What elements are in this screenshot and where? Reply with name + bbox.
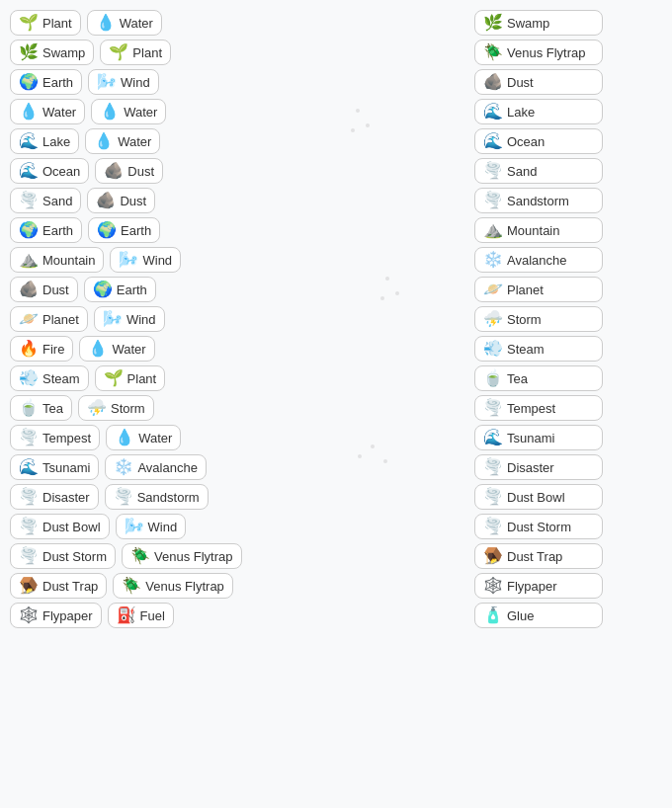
left-chip-19-1[interactable]: 🪲Venus Flytrap [113,573,233,599]
right-chip-10[interactable]: ⛈️Storm [474,306,603,332]
chip-icon: 💧 [19,104,39,120]
left-chip-10-0[interactable]: 🪐Planet [10,306,88,332]
left-chip-8-1[interactable]: 🌬️Wind [110,247,181,273]
left-row-18: 🌪️Dust Storm🪲Venus Flytrap [10,543,306,569]
left-chip-14-0[interactable]: 🌪️Tempest [10,425,100,450]
right-chip-5[interactable]: 🌪️Sand [474,158,603,184]
chip-icon: 🪨 [104,163,124,179]
left-chip-2-0[interactable]: 🌍Earth [10,69,82,95]
right-chip-1[interactable]: 🪲Venus Flytrap [474,40,603,65]
chip-label: Disaster [42,490,90,505]
right-chip-11[interactable]: 💨Steam [474,336,603,362]
left-chip-18-1[interactable]: 🪲Venus Flytrap [122,543,242,569]
right-panel: 🌿Swamp🪲Venus Flytrap🪨Dust🌊Lake🌊Ocean🌪️Sa… [474,10,603,628]
left-chip-9-1[interactable]: 🌍Earth [84,277,156,302]
left-chip-20-1[interactable]: ⛽Fuel [108,603,174,628]
right-chip-16[interactable]: 🌪️Dust Bowl [474,484,603,510]
left-chip-14-1[interactable]: 💧Water [106,425,181,450]
chip-label: Venus Flytrap [154,549,233,564]
chip-label: Flypaper [42,608,93,623]
chip-label: Earth [117,283,147,297]
chip-label: Avalanche [137,460,197,475]
chip-icon: 🌊 [483,104,503,120]
chip-label: Ocean [42,164,80,179]
left-chip-3-0[interactable]: 💧Water [10,99,85,124]
chip-label: Dust Storm [507,520,571,534]
chip-label: Earth [42,223,73,238]
left-row-4: 🌊Lake💧Water [10,128,306,154]
chip-icon: 🌊 [19,459,39,475]
left-chip-0-0[interactable]: 🌱Plant [10,10,81,36]
left-chip-2-1[interactable]: 🌬️Wind [88,69,159,95]
chip-icon: 🌪️ [483,193,503,208]
left-chip-13-0[interactable]: 🍵Tea [10,395,72,421]
left-chip-1-0[interactable]: 🌿Swamp [10,40,94,65]
right-chip-2[interactable]: 🪨Dust [474,69,603,95]
right-chip-14[interactable]: 🌊Tsunami [474,425,603,450]
left-chip-11-0[interactable]: 🔥Fire [10,336,73,362]
left-chip-20-0[interactable]: 🕸️Flypaper [10,603,102,628]
chip-label: Venus Flytrap [507,45,586,60]
left-chip-19-0[interactable]: 🪤Dust Trap [10,573,107,599]
chip-icon: ⛰️ [483,222,503,238]
left-chip-6-1[interactable]: 🪨Dust [87,188,155,213]
chip-label: Earth [42,75,73,90]
left-chip-0-1[interactable]: 💧Water [87,10,162,36]
chip-label: Tempest [42,431,91,445]
right-chip-13[interactable]: 🌪️Tempest [474,395,603,421]
right-chip-8[interactable]: ❄️Avalanche [474,247,603,273]
right-chip-3[interactable]: 🌊Lake [474,99,603,124]
chip-icon: 🌪️ [483,489,503,505]
left-chip-7-0[interactable]: 🌍Earth [10,217,82,243]
left-chip-12-1[interactable]: 🌱Plant [95,365,166,391]
right-chip-18[interactable]: 🪤Dust Trap [474,543,603,569]
left-chip-15-1[interactable]: ❄️Avalanche [105,454,206,480]
left-row-6: 🌪️Sand🪨Dust [10,188,306,213]
left-chip-17-0[interactable]: 🌪️Dust Bowl [10,514,110,539]
left-chip-7-1[interactable]: 🌍Earth [88,217,160,243]
left-chip-5-1[interactable]: 🪨Dust [95,158,163,184]
left-chip-17-1[interactable]: 🌬️Wind [116,514,187,539]
left-chip-15-0[interactable]: 🌊Tsunami [10,454,99,480]
right-chip-17[interactable]: 🌪️Dust Storm [474,514,603,539]
left-chip-6-0[interactable]: 🌪️Sand [10,188,81,213]
left-row-5: 🌊Ocean🪨Dust [10,158,306,184]
right-chip-6[interactable]: 🌪️Sandstorm [474,188,603,213]
chip-label: Wind [126,312,156,327]
left-chip-16-0[interactable]: 🌪️Disaster [10,484,99,510]
right-chip-4[interactable]: 🌊Ocean [474,128,603,154]
chip-label: Sandstorm [507,194,569,208]
right-chip-19[interactable]: 🕸️Flypaper [474,573,603,599]
left-chip-16-1[interactable]: 🌪️Sandstorm [105,484,209,510]
left-chip-8-0[interactable]: ⛰️Mountain [10,247,104,273]
right-chip-15[interactable]: 🌪️Disaster [474,454,603,480]
chip-icon: 🌪️ [483,163,503,179]
left-chip-11-1[interactable]: 💧Water [79,336,154,362]
left-chip-4-1[interactable]: 💧Water [85,128,160,154]
left-chip-4-0[interactable]: 🌊Lake [10,128,79,154]
left-panel: 🌱Plant💧Water🌿Swamp🌱Plant🌍Earth🌬️Wind💧Wat… [10,10,306,628]
left-chip-9-0[interactable]: 🪨Dust [10,277,78,302]
right-chip-0[interactable]: 🌿Swamp [474,10,603,36]
chip-icon: 🪐 [19,311,39,327]
chip-icon: 💧 [115,430,134,445]
right-chip-7[interactable]: ⛰️Mountain [474,217,603,243]
left-row-20: 🕸️Flypaper⛽Fuel [10,603,306,628]
chip-label: Plant [132,45,162,60]
chip-icon: 💧 [96,15,116,31]
right-chip-9[interactable]: 🪐Planet [474,277,603,302]
left-chip-10-1[interactable]: 🌬️Wind [94,306,165,332]
chip-icon: 🌿 [19,44,39,60]
chip-label: Plant [42,16,72,31]
left-chip-12-0[interactable]: 💨Steam [10,365,89,391]
left-chip-5-0[interactable]: 🌊Ocean [10,158,89,184]
chip-icon: 🍵 [19,400,39,416]
chip-label: Water [120,16,153,31]
left-chip-3-1[interactable]: 💧Water [91,99,166,124]
chip-label: Sand [42,194,72,208]
right-chip-20[interactable]: 🧴Glue [474,603,603,628]
left-chip-13-1[interactable]: ⛈️Storm [78,395,154,421]
left-chip-1-1[interactable]: 🌱Plant [100,40,171,65]
left-chip-18-0[interactable]: 🌪️Dust Storm [10,543,116,569]
right-chip-12[interactable]: 🍵Tea [474,365,603,391]
